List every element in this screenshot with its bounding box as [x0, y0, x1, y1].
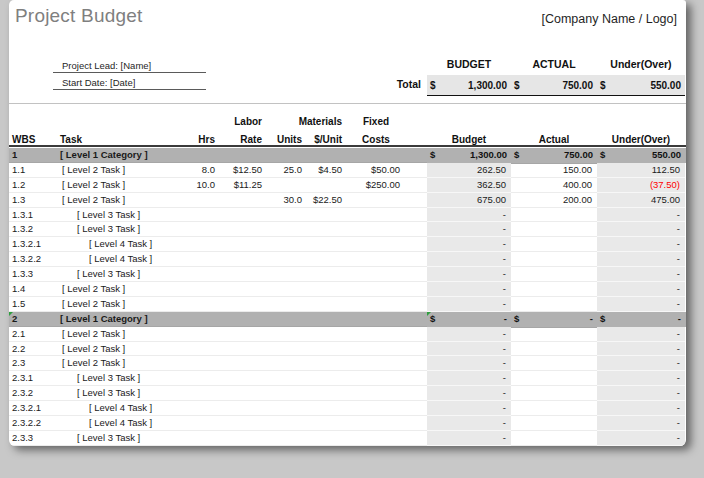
cell-labor-rate[interactable] — [220, 342, 267, 357]
cell-fixed-costs[interactable] — [347, 401, 405, 416]
cell-fixed-costs[interactable] — [347, 386, 405, 401]
cell-material-unit-cost[interactable] — [307, 386, 347, 401]
cell-task[interactable]: [ Level 2 Task ] — [57, 178, 191, 193]
cell-budget[interactable]: - — [427, 342, 511, 357]
cell-under-over[interactable]: - — [597, 237, 685, 252]
cell-budget[interactable]: - — [427, 416, 511, 431]
cell-wbs[interactable]: 1.3.2 — [9, 222, 57, 237]
cell-fixed-costs[interactable]: $50.00 — [347, 163, 405, 178]
cell-actual[interactable]: 200.00 — [511, 193, 597, 208]
cell-labor-hrs[interactable] — [191, 431, 220, 446]
cell-labor-hrs[interactable] — [191, 356, 220, 371]
cell-labor-rate[interactable] — [220, 252, 267, 267]
cell-labor-rate[interactable] — [220, 193, 267, 208]
cell-material-unit-cost[interactable]: $22.50 — [307, 193, 347, 208]
cell-labor-rate[interactable] — [220, 401, 267, 416]
cell-material-unit-cost[interactable] — [307, 371, 347, 386]
cell-labor-rate[interactable] — [220, 312, 267, 327]
cell-labor-rate[interactable] — [220, 297, 267, 312]
cell-material-unit-cost[interactable] — [307, 312, 347, 327]
cell-actual[interactable] — [511, 297, 597, 312]
cell-under-over[interactable]: - — [597, 252, 685, 267]
spacer-cell[interactable] — [405, 431, 427, 446]
spacer-cell[interactable] — [405, 416, 427, 431]
cell-actual[interactable] — [511, 431, 597, 446]
cell-fixed-costs[interactable] — [347, 208, 405, 223]
cell-task[interactable]: [ Level 2 Task ] — [57, 193, 191, 208]
cell-material-units[interactable] — [267, 327, 307, 342]
cell-actual[interactable] — [511, 267, 597, 282]
cell-labor-hrs[interactable] — [191, 401, 220, 416]
cell-material-units[interactable] — [267, 416, 307, 431]
cell-fixed-costs[interactable] — [347, 416, 405, 431]
cell-actual[interactable] — [511, 401, 597, 416]
cell-fixed-costs[interactable] — [347, 342, 405, 357]
cell-material-units[interactable] — [267, 342, 307, 357]
cell-material-units[interactable] — [267, 356, 307, 371]
cell-under-over[interactable]: - — [597, 267, 685, 282]
cell-fixed-costs[interactable] — [347, 371, 405, 386]
cell-task[interactable]: [ Level 3 Task ] — [57, 208, 191, 223]
cell-under-over[interactable]: - — [597, 431, 685, 446]
cell-material-unit-cost[interactable]: $4.50 — [307, 163, 347, 178]
cell-fixed-costs[interactable]: $250.00 — [347, 178, 405, 193]
cell-budget[interactable]: - — [427, 267, 511, 282]
cell-actual[interactable] — [511, 222, 597, 237]
cell-budget[interactable]: 675.00 — [427, 193, 511, 208]
spacer-cell[interactable] — [405, 312, 427, 327]
cell-task[interactable]: [ Level 4 Task ] — [57, 252, 191, 267]
cell-labor-rate[interactable] — [220, 416, 267, 431]
cell-labor-hrs[interactable] — [191, 327, 220, 342]
cell-material-units[interactable] — [267, 282, 307, 297]
cell-budget[interactable]: $- — [427, 312, 511, 328]
cell-material-unit-cost[interactable] — [307, 431, 347, 446]
spacer-cell[interactable] — [405, 371, 427, 386]
total-budget-cell[interactable]: $ 1,300.00 — [427, 75, 511, 95]
cell-labor-hrs[interactable] — [191, 297, 220, 312]
cell-task[interactable]: [ Level 4 Task ] — [57, 401, 191, 416]
spacer-cell[interactable] — [405, 267, 427, 282]
cell-actual[interactable]: 150.00 — [511, 163, 597, 178]
spacer-cell[interactable] — [405, 356, 427, 371]
cell-wbs[interactable]: 1 — [9, 148, 57, 163]
cell-labor-hrs[interactable] — [191, 252, 220, 267]
cell-actual[interactable]: $- — [511, 312, 597, 328]
cell-material-unit-cost[interactable] — [307, 252, 347, 267]
cell-material-unit-cost[interactable] — [307, 148, 347, 163]
cell-material-unit-cost[interactable] — [307, 178, 347, 193]
cell-material-unit-cost[interactable] — [307, 356, 347, 371]
spacer-cell[interactable] — [405, 163, 427, 178]
cell-fixed-costs[interactable] — [347, 237, 405, 252]
cell-material-units[interactable] — [267, 297, 307, 312]
cell-labor-hrs[interactable] — [191, 148, 220, 163]
cell-material-unit-cost[interactable] — [307, 401, 347, 416]
cell-budget[interactable]: - — [427, 327, 511, 342]
cell-budget[interactable]: - — [427, 222, 511, 237]
cell-material-units[interactable] — [267, 237, 307, 252]
cell-material-units[interactable] — [267, 371, 307, 386]
cell-budget[interactable]: - — [427, 297, 511, 312]
cell-under-over[interactable]: 475.00 — [597, 193, 685, 208]
cell-wbs[interactable]: 1.5 — [9, 297, 57, 312]
cell-labor-rate[interactable] — [220, 148, 267, 163]
spacer-cell[interactable] — [405, 237, 427, 252]
cell-task[interactable]: [ Level 4 Task ] — [57, 237, 191, 252]
cell-wbs[interactable]: 1.1 — [9, 163, 57, 178]
cell-wbs[interactable]: 2.3.1 — [9, 371, 57, 386]
cell-under-over[interactable]: - — [597, 371, 685, 386]
cell-budget[interactable]: 362.50 — [427, 178, 511, 193]
cell-task[interactable]: [ Level 2 Task ] — [57, 282, 191, 297]
cell-labor-rate[interactable] — [220, 356, 267, 371]
cell-material-unit-cost[interactable] — [307, 327, 347, 342]
cell-task[interactable]: [ Level 4 Task ] — [57, 416, 191, 431]
cell-material-units[interactable] — [267, 208, 307, 223]
cell-actual[interactable] — [511, 356, 597, 371]
cell-material-unit-cost[interactable] — [307, 282, 347, 297]
cell-wbs[interactable]: 2.1 — [9, 327, 57, 342]
cell-under-over[interactable]: - — [597, 208, 685, 223]
cell-labor-hrs[interactable] — [191, 267, 220, 282]
cell-labor-rate[interactable] — [220, 431, 267, 446]
cell-labor-rate[interactable] — [220, 282, 267, 297]
cell-under-over[interactable]: - — [597, 386, 685, 401]
cell-task[interactable]: [ Level 2 Task ] — [57, 342, 191, 357]
